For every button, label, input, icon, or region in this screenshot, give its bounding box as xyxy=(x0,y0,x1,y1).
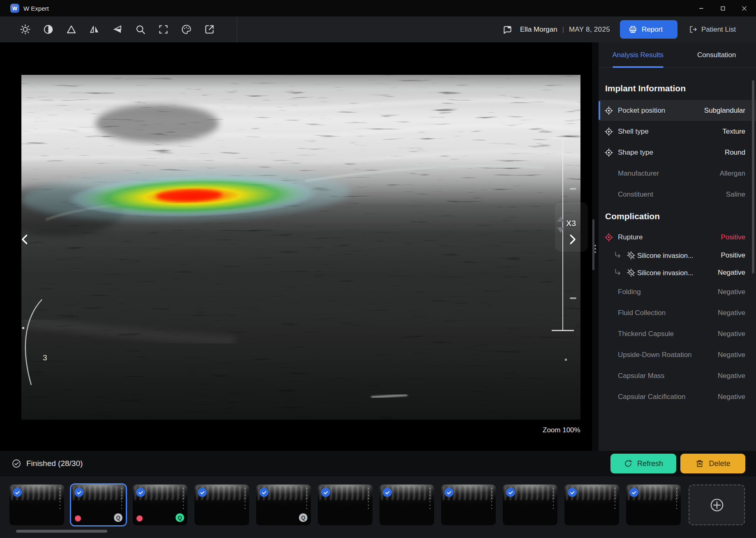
result-row-rupture[interactable]: Rupture Positive xyxy=(599,228,756,247)
magnifier-icon xyxy=(135,24,146,35)
filmstrip: Q Q Q xyxy=(0,476,756,538)
result-row-silicone-invasion-1[interactable]: Silicone invasion... Positive xyxy=(599,247,756,264)
flag-dot xyxy=(75,515,81,522)
check-icon xyxy=(508,490,513,495)
flip-vertical-button[interactable] xyxy=(108,20,127,39)
result-row-thickend-capsule[interactable]: Thickend Capsule Negative xyxy=(599,323,756,344)
title-bar: W W Expert xyxy=(0,0,756,16)
maximize-button[interactable] xyxy=(718,3,728,13)
flag-dot xyxy=(136,515,143,522)
result-row-constituent[interactable]: Constituent Saline xyxy=(599,184,756,205)
patient-name: Ella Morgan xyxy=(520,26,557,34)
row-value: Texture xyxy=(722,128,745,136)
result-row-upside-down-rotation[interactable]: Upside-Down Roatation Negative xyxy=(599,344,756,365)
tab-analysis-results-label: Analysis Results xyxy=(612,51,664,59)
thumbnail-3[interactable]: Q xyxy=(133,485,187,525)
minimize-icon xyxy=(698,5,705,12)
refresh-button[interactable]: Refresh xyxy=(610,454,676,473)
row-value: Allergan xyxy=(720,169,745,178)
row-label: Silicone invasion... xyxy=(637,269,718,277)
icon-spacer xyxy=(603,371,614,381)
tab-consultation[interactable]: Consultation xyxy=(677,42,756,67)
target-icon xyxy=(603,126,614,137)
scale-multiplier-label[interactable]: X3 xyxy=(566,219,576,228)
thumbnail-4[interactable] xyxy=(194,485,249,525)
icon-spacer xyxy=(603,287,614,297)
chevron-right-icon xyxy=(566,233,578,246)
thumbnail-2[interactable]: Q xyxy=(71,485,126,525)
icon-spacer xyxy=(603,308,614,318)
minimize-button[interactable] xyxy=(696,3,706,13)
thumbnail-6[interactable] xyxy=(318,485,372,525)
result-row-shape-type[interactable]: Shape type Round xyxy=(599,142,756,163)
result-row-silicone-invasion-2[interactable]: Silicone invasion... Negative xyxy=(599,264,756,281)
check-badge xyxy=(444,488,453,497)
fullscreen-button[interactable] xyxy=(154,20,173,39)
brightness-button[interactable] xyxy=(16,20,35,39)
caliper-tick xyxy=(570,188,576,190)
divider-drag-handle[interactable] xyxy=(594,245,596,253)
measurement-number: 3 xyxy=(43,353,47,362)
subitem-arrow-icon xyxy=(613,250,623,260)
result-row-capsular-calcification[interactable]: Capsular Calcification Negative xyxy=(599,386,756,407)
row-value: Negative xyxy=(718,309,745,317)
plus-circle-icon xyxy=(710,498,724,512)
thumbnail-1[interactable] xyxy=(9,485,64,525)
result-row-capsular-mass[interactable]: Capsular Mass Negative xyxy=(599,365,756,386)
result-row-fluid-collection[interactable]: Fluid Collection Negative xyxy=(599,302,756,323)
report-button-label: Report xyxy=(642,26,663,34)
ultrasound-viewer[interactable]: 3 X3 Zoom 100% xyxy=(0,42,592,451)
previous-image-button[interactable] xyxy=(18,232,32,246)
contrast-button[interactable] xyxy=(39,20,58,39)
result-row-shell-type[interactable]: Shell type Texture xyxy=(599,121,756,142)
triangle-icon xyxy=(66,24,77,35)
status-bar: Finished (28/30) Refresh Delete xyxy=(0,451,756,476)
thumbnail-11[interactable] xyxy=(626,485,681,525)
row-value: Round xyxy=(725,148,745,157)
delete-button[interactable]: Delete xyxy=(680,454,745,473)
filmstrip-scrollbar-thumb[interactable] xyxy=(16,530,107,533)
thumbnail-7[interactable] xyxy=(379,485,434,525)
result-row-manufacturer[interactable]: Manufacturer Allergan xyxy=(599,163,756,184)
flip-horizontal-button[interactable] xyxy=(85,20,104,39)
palette-button[interactable] xyxy=(177,20,196,39)
row-label: Capsular Mass xyxy=(618,372,718,380)
delete-button-label: Delete xyxy=(709,459,730,468)
magnify-button[interactable] xyxy=(131,20,150,39)
close-button[interactable] xyxy=(739,3,749,13)
chat-icon xyxy=(502,24,513,35)
scale-down-arrow-icon[interactable] xyxy=(557,227,564,233)
thumbnail-9[interactable] xyxy=(503,485,557,525)
target-icon xyxy=(603,232,614,243)
panel-divider[interactable] xyxy=(592,42,599,451)
filmstrip-track: Q Q Q xyxy=(9,485,745,525)
refresh-icon xyxy=(624,459,633,468)
panel-scrollbar-thumb[interactable] xyxy=(752,80,754,274)
scale-up-arrow-icon[interactable] xyxy=(557,216,564,222)
row-label: Pocket position xyxy=(618,107,704,115)
result-row-folding[interactable]: Folding Negative xyxy=(599,281,756,302)
check-icon xyxy=(76,490,82,495)
report-button[interactable]: Report xyxy=(620,20,677,39)
row-label: Manufacturer xyxy=(618,169,720,178)
caliper-dot xyxy=(565,359,567,361)
check-badge xyxy=(259,488,268,497)
patient-list-button[interactable]: Patient List xyxy=(689,25,736,34)
check-icon xyxy=(446,490,452,495)
next-image-button[interactable] xyxy=(565,232,579,246)
export-button[interactable] xyxy=(200,20,219,39)
thumbnail-10[interactable] xyxy=(564,485,619,525)
check-badge xyxy=(568,488,577,497)
patient-list-label: Patient List xyxy=(701,26,736,34)
app-logo: W xyxy=(10,4,19,13)
tab-analysis-results[interactable]: Analysis Results xyxy=(599,42,677,67)
row-label: Shape type xyxy=(618,148,725,157)
row-value: Subglandular xyxy=(704,107,745,115)
add-image-tile[interactable] xyxy=(689,485,745,525)
thumbnail-5[interactable]: Q xyxy=(256,485,311,525)
result-row-pocket-position[interactable]: Pocket position Subglandular xyxy=(599,100,756,121)
thumbnail-8[interactable] xyxy=(441,485,496,525)
threshold-button[interactable] xyxy=(62,20,81,39)
chat-button[interactable] xyxy=(502,24,513,35)
check-icon xyxy=(570,490,575,495)
